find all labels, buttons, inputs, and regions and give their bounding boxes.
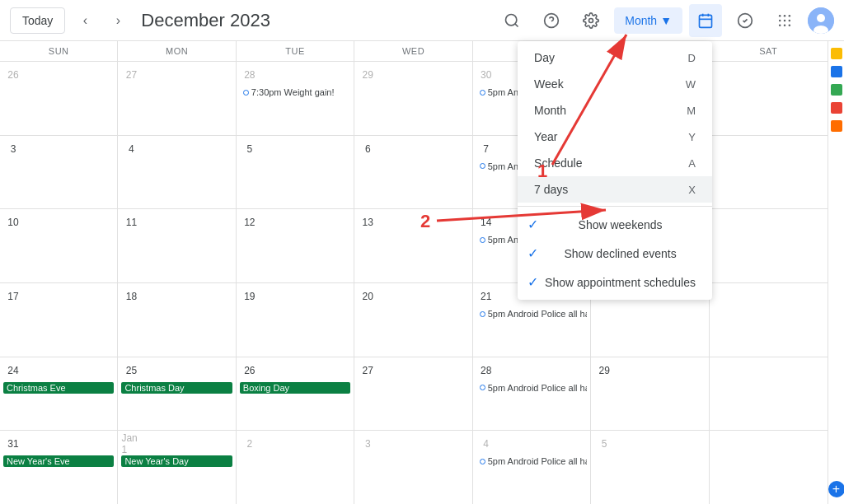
dropdown-item-month[interactable]: Month M	[518, 97, 712, 124]
holiday-event[interactable]: Boxing Day	[240, 382, 350, 394]
cell-date[interactable]: 27	[121, 65, 141, 85]
cell-date[interactable]: 3	[3, 139, 23, 159]
cell-date[interactable]: 26	[240, 361, 260, 380]
dropdown-item-7days[interactable]: 7 days X	[518, 176, 712, 203]
calendar-cell[interactable]: 28 7:30pm Weight gain!	[237, 62, 354, 135]
calendar-cell[interactable]	[710, 209, 828, 282]
dropdown-item-declined[interactable]: ✓ Show declined events	[518, 239, 712, 268]
cell-date[interactable]: 7	[476, 139, 496, 159]
apps-button[interactable]	[768, 4, 801, 37]
event[interactable]: 5pm Android Police all har	[476, 382, 587, 394]
calendar-cell[interactable]: 27	[118, 62, 236, 135]
cell-date[interactable]: 17	[3, 287, 23, 306]
holiday-event[interactable]: New Year's Day	[121, 455, 232, 467]
cell-date[interactable]: 4	[121, 139, 141, 159]
calendar-cell[interactable]: 5	[591, 431, 709, 504]
cell-date[interactable]: 25	[121, 361, 141, 380]
dropdown-item-day[interactable]: Day D	[518, 44, 712, 71]
view-selector-button[interactable]: Month ▼	[614, 7, 682, 34]
calendar-cell[interactable]: 4	[118, 136, 236, 209]
holiday-event[interactable]: Christmas Eve	[3, 382, 114, 394]
calendar-cell[interactable]: 11	[118, 209, 236, 282]
calendar-cell[interactable]: 26 Boxing Day	[237, 357, 354, 431]
calendar-sidebar-icon[interactable]	[831, 66, 842, 77]
calendar-cell[interactable]: 4 5pm Android Police all har	[473, 431, 591, 504]
calendar-cell[interactable]: 27	[354, 357, 472, 431]
cell-date[interactable]: 6	[358, 139, 377, 159]
calendar-cell[interactable]	[710, 357, 828, 431]
calendar-cell[interactable]: 3	[354, 431, 472, 504]
cell-date[interactable]: 29	[358, 65, 377, 85]
cell-date[interactable]	[713, 65, 733, 85]
cell-date[interactable]: 19	[240, 287, 260, 306]
calendar-cell[interactable]: 25 Christmas Day	[118, 357, 236, 431]
dropdown-item-weekends[interactable]: ✓ Show weekends	[518, 210, 712, 239]
prev-button[interactable]: ‹	[72, 7, 98, 34]
calendar-cell[interactable]: 5	[237, 136, 354, 209]
holiday-event[interactable]: Christmas Day	[121, 382, 232, 394]
cell-date[interactable]: 2	[240, 434, 260, 454]
calendar-cell[interactable]: 26	[0, 62, 118, 135]
search-button[interactable]	[495, 4, 528, 37]
cell-date[interactable]: 14	[476, 212, 496, 232]
calendar-cell[interactable]	[710, 136, 828, 209]
calendar-cell[interactable]: 13	[354, 209, 472, 282]
cell-date[interactable]: 29	[594, 361, 614, 380]
calendar-cell[interactable]	[710, 283, 828, 357]
dropdown-item-year[interactable]: Year Y	[518, 124, 712, 150]
settings-button[interactable]	[574, 4, 607, 37]
event[interactable]: 7:30pm Weight gain!	[240, 86, 350, 98]
avatar[interactable]	[808, 7, 834, 34]
calendar-cell[interactable]: 2	[237, 431, 354, 504]
cell-date[interactable]: 3	[358, 434, 377, 454]
cell-date[interactable]: Jan 1	[121, 434, 141, 454]
cell-date[interactable]: 10	[3, 212, 23, 232]
maps-icon[interactable]	[831, 102, 842, 114]
cell-date[interactable]: 11	[121, 212, 141, 232]
cell-date[interactable]: 28	[476, 361, 496, 380]
calendar-cell[interactable]: 24 Christmas Eve	[0, 357, 118, 431]
cell-date[interactable]: 5	[240, 139, 260, 159]
cell-date[interactable]: 30	[476, 65, 496, 85]
calendar-cell[interactable]	[710, 431, 828, 504]
next-button[interactable]: ›	[105, 7, 131, 34]
calendar-cell[interactable]: 17	[0, 283, 118, 357]
add-button[interactable]: +	[828, 481, 845, 497]
calendar-cell[interactable]: Jan 1 New Year's Day	[118, 431, 236, 504]
tasks-button[interactable]	[729, 4, 762, 37]
cell-date[interactable]: 24	[3, 361, 23, 380]
cell-date[interactable]: 13	[358, 212, 377, 232]
cell-date[interactable]: 4	[476, 434, 496, 454]
people-icon[interactable]	[831, 84, 842, 96]
calendar-cell[interactable]: 29	[591, 357, 709, 431]
dropdown-item-appointments[interactable]: ✓ Show appointment schedules	[518, 268, 712, 296]
dropdown-item-week[interactable]: Week W	[518, 71, 712, 97]
calendar-view-button[interactable]	[689, 4, 722, 37]
cell-date[interactable]	[713, 287, 733, 306]
holiday-event[interactable]: New Year's Eve	[3, 455, 114, 467]
cell-date[interactable]: 20	[358, 287, 377, 306]
cell-date[interactable]	[713, 139, 733, 159]
calendar-cell[interactable]: 10	[0, 209, 118, 282]
calendar-cell[interactable]: 12	[237, 209, 354, 282]
calendar-cell[interactable]: 31 New Year's Eve	[0, 431, 118, 504]
cell-date[interactable]: 31	[3, 434, 23, 454]
calendar-cell[interactable]: 29	[354, 62, 472, 135]
cell-date[interactable]	[713, 212, 733, 232]
calendar-cell[interactable]: 19	[237, 283, 354, 357]
event[interactable]: 5pm Android Police all har	[476, 308, 587, 320]
cell-date[interactable]: 12	[240, 212, 260, 232]
calendar-cell[interactable]: 3	[0, 136, 118, 209]
dropdown-item-schedule[interactable]: Schedule A	[518, 150, 712, 176]
calendar-cell[interactable]: 28 5pm Android Police all har	[473, 357, 591, 431]
cell-date[interactable]	[713, 361, 733, 380]
calendar-cell[interactable]: 18	[118, 283, 236, 357]
cell-date[interactable]: 28	[240, 65, 260, 85]
office-icon[interactable]	[831, 120, 842, 132]
calendar-cell[interactable]	[710, 62, 828, 135]
cell-date[interactable]: 26	[3, 65, 23, 85]
cell-date[interactable]: 18	[121, 287, 141, 306]
today-button[interactable]: Today	[10, 7, 65, 34]
cell-date[interactable]	[713, 434, 733, 454]
calendar-cell[interactable]: 6	[354, 136, 472, 209]
